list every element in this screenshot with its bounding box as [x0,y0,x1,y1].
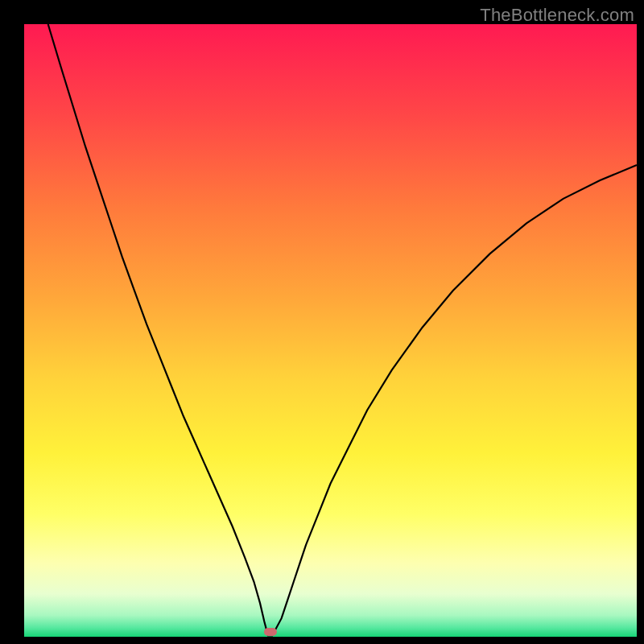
plot-background [24,24,637,637]
bottleneck-chart [0,0,644,644]
optimal-marker [264,628,277,636]
axis-left [0,0,24,644]
axis-right [637,0,644,644]
chart-container: TheBottleneck.com [0,0,644,644]
watermark-text: TheBottleneck.com [480,5,634,26]
axis-bottom [0,637,644,644]
